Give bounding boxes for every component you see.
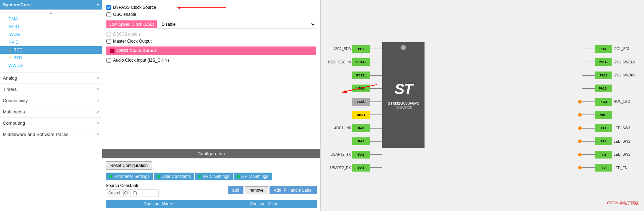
- sidebar-item-dma[interactable]: DMA: [0, 15, 102, 23]
- pin-box-pc14[interactable]: PC14..: [352, 58, 370, 66]
- pin-line-pa0: [370, 128, 382, 129]
- lsco-label: LSCO Clock Output: [117, 48, 156, 53]
- tab-gpio-settings[interactable]: GPIO Settings: [234, 173, 272, 180]
- search-input[interactable]: [106, 189, 159, 197]
- tabs-row: Parameter Settings User Constants NVIC S…: [106, 173, 317, 180]
- remove-button[interactable]: remove: [245, 186, 268, 194]
- watermark: CSDN @电子阿板: [607, 200, 639, 206]
- sidebar-category-multimedia[interactable]: Multimedia >: [0, 106, 102, 117]
- connectivity-chevron: >: [97, 99, 99, 103]
- osc-enable-checkbox[interactable]: [106, 12, 111, 17]
- pin-box-pa7[interactable]: PA7: [595, 124, 612, 132]
- sidebar-item-gpio[interactable]: GPIO: [0, 23, 102, 31]
- rcc-config-top: BYPASS Clock Source OSC enable Low Speed…: [102, 0, 320, 149]
- pin-box-pa0[interactable]: PA0: [352, 124, 370, 132]
- pin-box-pa12[interactable]: PA12..: [595, 85, 612, 92]
- pin-box-pa14[interactable]: PA14..: [595, 58, 612, 66]
- pin-box-pb3[interactable]: PB3_: [595, 45, 612, 53]
- audio-clock-checkbox[interactable]: [106, 58, 111, 63]
- system-core-items: DMA GPIO IWDG NVIC ⚠ RCC ⚠ SYS WWDG: [0, 15, 102, 69]
- pin-box-pb7[interactable]: PB7: [352, 45, 370, 53]
- pin-left-8: PA1: [324, 135, 382, 148]
- bypass-clock-checkbox[interactable]: [106, 5, 111, 10]
- sidebar-category-computing[interactable]: Computing >: [0, 117, 102, 129]
- pin-box-vss[interactable]: VSS/..: [352, 98, 370, 106]
- pin-box-pa2[interactable]: PA2: [352, 151, 370, 159]
- master-clock-label: Master Clock Output: [113, 39, 151, 44]
- pin-box-pa11[interactable]: PA11: [595, 98, 612, 106]
- sidebar-category-middleware[interactable]: Middleware and Software Packs >: [0, 129, 102, 140]
- right-panel: I2C1_SDA PB7 RCC_OSC_IN PC14.. PC15.. VD…: [321, 0, 644, 211]
- osc-enable-row: OSC enable: [106, 12, 316, 17]
- pin-dot-pa6: [578, 139, 582, 143]
- osc32-label: OSC32 enable: [113, 32, 141, 37]
- pin-label-adc1-in0: ADC1_IN0: [324, 126, 352, 130]
- audio-clock-label: Audio Clock Input (I2S_CKIN): [113, 58, 169, 63]
- pin-box-pa6[interactable]: PA6: [595, 137, 612, 145]
- system-core-header[interactable]: System Core ∨: [0, 0, 102, 10]
- pin-line-pa7: [582, 128, 595, 129]
- lse-select[interactable]: Disable Enable: [157, 20, 316, 29]
- pin-box-nrst[interactable]: NRST: [352, 111, 370, 119]
- pin-line-pb0: [582, 114, 595, 115]
- pin-dot-pb0: [578, 113, 582, 117]
- sidebar-item-rcc[interactable]: ⚠ RCC: [0, 46, 102, 54]
- pin-line-pb3: [582, 49, 595, 49]
- pin-box-pa5[interactable]: PA5: [595, 151, 612, 159]
- master-clock-checkbox[interactable]: [106, 39, 111, 44]
- multimedia-label: Multimedia: [3, 109, 25, 114]
- sidebar-item-sys[interactable]: ⚠ SYS: [0, 54, 102, 62]
- sidebar-category-analog[interactable]: Analog >: [0, 72, 102, 83]
- pin-line-pa14: [582, 62, 595, 62]
- sidebar-item-wwdg[interactable]: WWDG: [0, 62, 102, 69]
- pin-right-6: PB0_..: [577, 108, 640, 122]
- pin-right-5: PA11 RUN_LED: [577, 95, 640, 108]
- pin-left-3: PC15..: [324, 69, 382, 82]
- pin-line-pa5: [582, 154, 595, 155]
- lsco-row[interactable]: LSCO Clock Output: [106, 46, 316, 55]
- add-button[interactable]: add: [228, 186, 243, 194]
- timers-label: Timers: [3, 87, 17, 92]
- sidebar-item-iwdg[interactable]: IWDG: [0, 31, 102, 38]
- sys-warning-icon: ⚠: [8, 56, 12, 60]
- pin-line-pa3: [370, 167, 382, 168]
- svg-marker-1: [177, 6, 180, 9]
- pin-dot-pa4: [578, 166, 582, 169]
- col-constant-value: Constant Value: [211, 200, 317, 208]
- multimedia-chevron: >: [97, 110, 99, 114]
- pin-label-sys-swdio: SYS_SWDIO: [612, 73, 640, 77]
- tab-param-dot: [109, 175, 112, 178]
- tab-nvic-settings[interactable]: NVIC Settings: [195, 173, 233, 180]
- pin-box-pa3[interactable]: PA3: [352, 164, 370, 172]
- sidebar-category-timers[interactable]: Timers >: [0, 83, 102, 95]
- pin-box-pb0[interactable]: PB0_..: [595, 111, 612, 119]
- pin-right-2: PA14.. SYS_SWCLK: [577, 56, 640, 69]
- config-title: Configuration: [198, 151, 225, 156]
- pin-line-vss: [370, 101, 382, 102]
- audio-clock-row: Audio Clock Input (I2S_CKIN): [106, 58, 316, 63]
- left-pins: I2C1_SDA PB7 RCC_OSC_IN PC14.. PC15.. VD…: [324, 42, 382, 174]
- config-bar: Configuration: [102, 149, 320, 158]
- osc32-checkbox[interactable]: [106, 32, 111, 37]
- sidebar-category-connectivity[interactable]: Connectivity >: [0, 95, 102, 106]
- config-section: Reset Configuration Parameter Settings U…: [102, 158, 320, 211]
- sidebar-item-nvic[interactable]: NVIC: [0, 38, 102, 46]
- pin-box-pa13[interactable]: PA13: [595, 72, 612, 79]
- reset-config-button[interactable]: Reset Configuration: [106, 161, 152, 170]
- pin-right-4: PA12..: [577, 82, 640, 95]
- add-ip-button[interactable]: Add IP Handle Label: [270, 186, 317, 194]
- pin-box-pa4[interactable]: PA4: [595, 164, 612, 172]
- tab-parameter-settings[interactable]: Parameter Settings: [106, 173, 153, 180]
- pin-label-led-en: LED_EN: [612, 166, 640, 170]
- tab-nvic-label: NVIC Settings: [203, 174, 229, 179]
- pin-label-usart2-rx: USART2_RX: [324, 166, 352, 170]
- pin-line-pa2: [370, 154, 382, 155]
- pin-box-pa1[interactable]: PA1: [352, 137, 370, 145]
- connectivity-label: Connectivity: [3, 98, 28, 103]
- pin-dot-pa11: [578, 100, 582, 104]
- pin-box-vdd[interactable]: VDD/..: [352, 85, 370, 92]
- tab-nvic-dot: [198, 175, 201, 178]
- pin-left-7: ADC1_IN0 PA0: [324, 122, 382, 135]
- tab-user-constants[interactable]: User Constants: [154, 173, 194, 180]
- pin-box-pc15[interactable]: PC15..: [352, 72, 370, 79]
